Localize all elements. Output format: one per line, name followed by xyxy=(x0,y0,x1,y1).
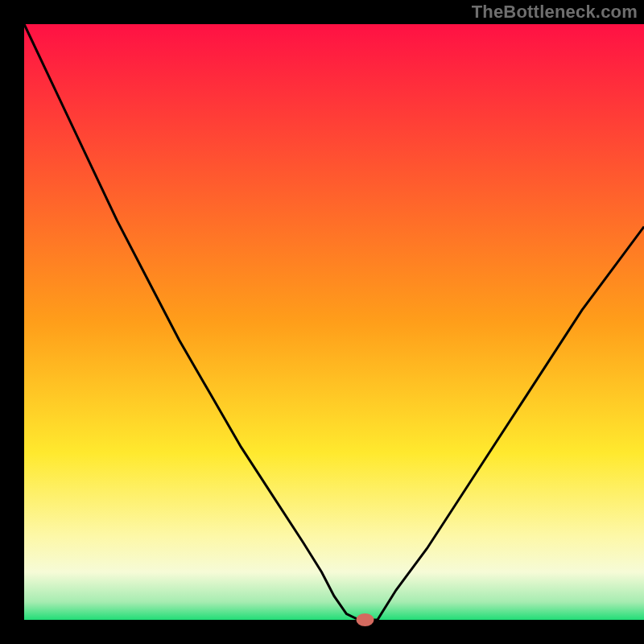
bottleneck-chart xyxy=(0,0,644,644)
optimal-marker xyxy=(357,613,374,626)
gradient-background xyxy=(24,24,644,620)
watermark-text: TheBottleneck.com xyxy=(472,2,638,23)
